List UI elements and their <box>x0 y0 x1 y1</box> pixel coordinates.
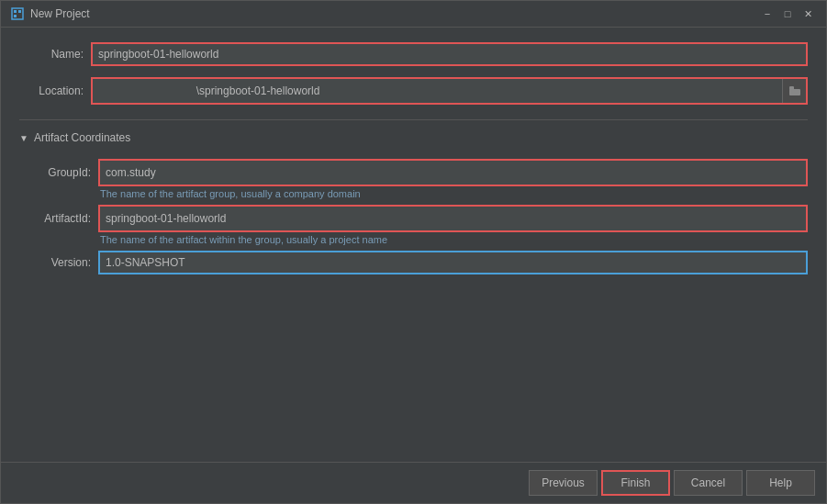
svg-rect-1 <box>14 10 17 13</box>
divider-1 <box>19 119 808 120</box>
window-icon <box>10 6 25 21</box>
maximize-button[interactable]: □ <box>778 6 797 21</box>
group-id-input-wrapper <box>98 159 808 186</box>
group-id-input[interactable] <box>100 161 806 185</box>
svg-rect-2 <box>18 10 21 13</box>
group-id-hint: The name of the artifact group, usually … <box>100 188 808 199</box>
group-id-label: GroupId: <box>27 166 91 179</box>
help-button[interactable]: Help <box>746 470 815 496</box>
name-input[interactable] <box>91 42 808 66</box>
artifact-section-title: Artifact Coordinates <box>34 131 130 144</box>
new-project-dialog: New Project − □ ✕ Name: Location: <box>0 0 827 504</box>
close-button[interactable]: ✕ <box>799 6 817 21</box>
location-row: Location: <box>19 77 808 105</box>
artifact-id-label: ArtifactId: <box>27 212 91 225</box>
window-title: New Project <box>30 7 758 20</box>
svg-rect-4 <box>789 89 800 95</box>
artifact-section-content: GroupId: The name of the artifact group,… <box>19 159 808 278</box>
artifact-section-header[interactable]: ▼ Artifact Coordinates <box>19 131 808 144</box>
name-label: Name: <box>19 48 84 61</box>
group-id-row: GroupId: <box>27 159 808 186</box>
version-row: Version: <box>27 251 808 274</box>
location-label: Location: <box>19 84 84 97</box>
title-bar: New Project − □ ✕ <box>1 1 826 28</box>
artifact-id-input[interactable] <box>100 207 806 230</box>
version-label: Version: <box>27 256 91 269</box>
location-input[interactable] <box>93 79 782 103</box>
previous-button[interactable]: Previous <box>529 470 598 496</box>
svg-rect-3 <box>14 15 17 17</box>
location-browse-button[interactable] <box>782 79 806 103</box>
dialog-footer: Previous Finish Cancel Help <box>1 462 826 503</box>
version-input[interactable] <box>98 251 808 274</box>
artifact-id-row: ArtifactId: <box>27 205 808 232</box>
cancel-button[interactable]: Cancel <box>674 470 743 496</box>
svg-rect-0 <box>12 8 23 19</box>
artifact-id-hint: The name of the artifact within the grou… <box>100 234 808 245</box>
section-arrow-icon: ▼ <box>19 133 28 143</box>
window-controls: − □ ✕ <box>758 6 817 21</box>
artifact-id-input-wrapper <box>98 205 808 232</box>
minimize-button[interactable]: − <box>758 6 777 21</box>
finish-button[interactable]: Finish <box>601 470 670 496</box>
name-row: Name: <box>19 42 808 66</box>
location-input-wrapper <box>91 77 808 105</box>
content-spacer <box>19 286 808 447</box>
dialog-content: Name: Location: ▼ Artifact Coordinates <box>1 28 826 462</box>
svg-rect-5 <box>789 86 794 90</box>
